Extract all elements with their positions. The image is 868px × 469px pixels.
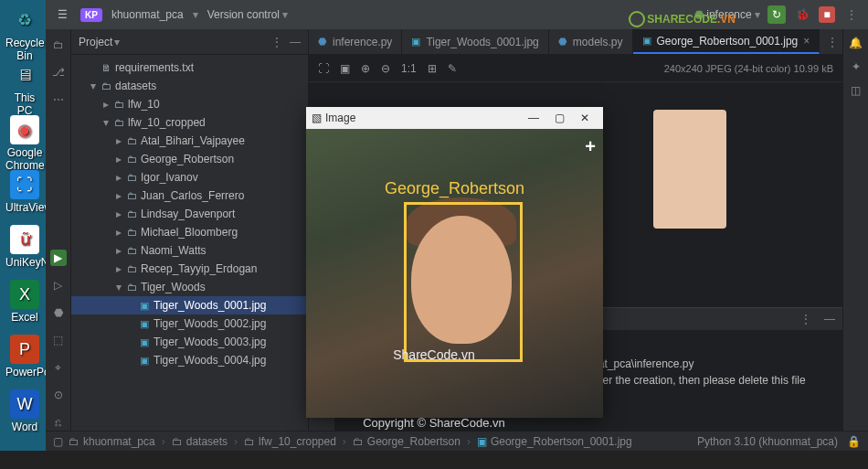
- desktop-icon-powerpoint[interactable]: PPowerPoint: [5, 335, 44, 378]
- project-panel-title: Project: [79, 36, 112, 48]
- zoom-in-icon[interactable]: ⊕: [361, 62, 370, 75]
- main-menu-icon[interactable]: ☰: [53, 5, 71, 24]
- minimize-button[interactable]: —: [521, 112, 546, 124]
- popup-image: George_Robertson +: [306, 129, 603, 418]
- tree-item[interactable]: ▸🗀Juan_Carlos_Ferrero: [71, 187, 308, 205]
- run-button[interactable]: ↻: [767, 5, 786, 24]
- maximize-button[interactable]: ▢: [546, 112, 572, 124]
- interpreter-status[interactable]: Python 3.10 (khuonmat_pca): [697, 435, 838, 448]
- desktop-icon-ultraviewer[interactable]: ⛶UltraViewer: [5, 170, 44, 214]
- tree-item[interactable]: ▾🗀lfw_10_cropped: [71, 113, 308, 132]
- folder-icon: 🗀: [353, 435, 364, 448]
- folder-icon: 🗀: [244, 435, 255, 448]
- popup-app-icon: ▧: [312, 112, 322, 124]
- grid-icon[interactable]: ⊞: [428, 62, 437, 75]
- project-name[interactable]: khuonmat_pca: [111, 8, 184, 21]
- desktop-icon-this-pc[interactable]: 🖥This PC: [5, 60, 44, 117]
- tree-item[interactable]: ▸🗀George_Robertson: [71, 150, 308, 168]
- vcs-dropdown[interactable]: Version control ▾: [207, 8, 289, 21]
- tree-item[interactable]: ▸🗀Lindsay_Davenport: [71, 205, 308, 223]
- editor-tabs: ⬣inference.py▣Tiger_Woods_0001.jpg⬣model…: [309, 29, 842, 55]
- tree-item[interactable]: ▸🗀Atal_Bihari_Vajpayee: [71, 132, 308, 150]
- detection-box: [404, 202, 523, 362]
- tabs-more-icon[interactable]: ⋮: [827, 36, 838, 48]
- file-icon: ▣: [477, 435, 487, 448]
- run-panel-hide-icon[interactable]: —: [824, 313, 835, 325]
- popup-title-text: Image: [325, 112, 355, 124]
- zoom-out-icon[interactable]: ⊖: [381, 62, 390, 75]
- popup-titlebar[interactable]: ▧ Image — ▢ ✕: [306, 107, 603, 129]
- tree-item[interactable]: ▸🗀Naomi_Watts: [71, 241, 308, 260]
- commit-tool-icon[interactable]: ⎇: [50, 64, 67, 80]
- run-panel-options-icon[interactable]: ⋮: [800, 313, 811, 325]
- status-icon[interactable]: ▢: [53, 435, 63, 448]
- image-popup-window: ▧ Image — ▢ ✕ George_Robertson +: [306, 107, 603, 418]
- detection-label: George_Robertson: [385, 179, 524, 198]
- close-button[interactable]: ✕: [572, 112, 598, 124]
- color-picker-icon[interactable]: ✎: [448, 62, 457, 75]
- lock-icon[interactable]: 🔒: [847, 435, 861, 448]
- editor-tab[interactable]: ▣George_Robertson_0001.jpg ×: [633, 29, 820, 54]
- watermark-logo: SHARECODE.VN: [629, 11, 736, 27]
- tree-item[interactable]: ▣Tiger_Woods_0004.jpg: [71, 351, 308, 369]
- desktop-icon-word[interactable]: WWord: [5, 389, 44, 433]
- editor-tab[interactable]: ⬣models.py: [549, 29, 633, 54]
- python-console-icon[interactable]: ▶: [50, 250, 67, 266]
- database-tool-icon[interactable]: ◫: [851, 84, 861, 97]
- project-tree[interactable]: 🗎requirements.txt▾🗀datasets▸🗀lfw_10▾🗀lfw…: [71, 55, 308, 431]
- folder-icon: 🗀: [172, 435, 183, 448]
- notifications-icon[interactable]: 🔔: [849, 37, 863, 49]
- ide-titlebar: ☰ KP khuonmat_pca ▾ Version control ▾ ⬣ …: [46, 0, 868, 29]
- desktop-icon-unikey[interactable]: ữUniKeyNT: [5, 225, 44, 269]
- watermark-bottom: Copyright © ShareCode.vn: [363, 416, 505, 430]
- tree-item[interactable]: ▾🗀datasets: [71, 77, 308, 95]
- problems-tool-icon[interactable]: ⊙: [50, 387, 67, 403]
- panel-options-icon[interactable]: ⋮: [271, 36, 282, 48]
- left-tool-rail: 🗀 ⎇ ⋯ ▶ ▷ ⬣ ⬚ ⌖ ⊙ ⎌: [46, 29, 71, 431]
- debug-button[interactable]: 🐞: [793, 5, 811, 24]
- project-view-dropdown-icon[interactable]: ▾: [114, 36, 120, 48]
- zoom-ratio: 1:1: [401, 62, 417, 75]
- image-content: [653, 110, 726, 229]
- right-tool-rail: 🔔 ✦ ◫: [842, 29, 868, 431]
- python-packages-icon[interactable]: ⬣: [50, 304, 67, 321]
- project-panel: Project ▾ ⋮ — 🗎requirements.txt▾🗀dataset…: [71, 29, 309, 431]
- services-tool-icon[interactable]: ⬚: [50, 332, 67, 348]
- tree-item[interactable]: ▸🗀Michael_Bloomberg: [71, 223, 308, 241]
- tree-item[interactable]: ▣Tiger_Woods_0001.jpg: [71, 296, 308, 314]
- terminal-tool-icon[interactable]: ⌖: [50, 359, 67, 376]
- ide-status-bar: ▢ 🗀 khuonmat_pca›🗀 datasets›🗀 lfw_10_cro…: [46, 431, 868, 451]
- zoom-actual-icon[interactable]: ▣: [340, 62, 350, 75]
- tree-item[interactable]: ▾🗀Tiger_Woods: [71, 278, 308, 296]
- tree-item[interactable]: ▸🗀Igor_Ivanov: [71, 168, 308, 187]
- editor-tab[interactable]: ▣Tiger_Woods_0001.jpg: [402, 29, 548, 54]
- vcs-tool-icon[interactable]: ⎌: [50, 414, 67, 431]
- desktop-icon-chrome[interactable]: ◉Google Chrome: [5, 115, 44, 172]
- windows-taskbar[interactable]: [0, 451, 868, 469]
- tree-item[interactable]: ▣Tiger_Woods_0003.jpg: [71, 333, 308, 351]
- tree-item[interactable]: ▸🗀lfw_10: [71, 95, 308, 113]
- zoom-fit-icon[interactable]: ⛶: [318, 62, 329, 75]
- tree-item[interactable]: ▣Tiger_Woods_0002.jpg: [71, 314, 308, 333]
- crosshair-cursor-icon: +: [585, 136, 596, 157]
- watermark-center: ShareCode.vn: [393, 347, 475, 362]
- image-info: 240x240 JPEG (24-bit color) 10.99 kB: [664, 63, 833, 74]
- panel-hide-icon[interactable]: —: [290, 36, 301, 48]
- breadcrumb[interactable]: 🗀 khuonmat_pca›🗀 datasets›🗀 lfw_10_cropp…: [69, 435, 632, 448]
- close-tab-icon[interactable]: ×: [803, 35, 810, 48]
- desktop-icon-excel[interactable]: XExcel: [5, 280, 44, 324]
- editor-tab[interactable]: ⬣inference.py: [309, 29, 402, 54]
- tree-item[interactable]: 🗎requirements.txt: [71, 59, 308, 77]
- stop-button[interactable]: ■: [819, 6, 835, 23]
- folder-icon: 🗀: [69, 435, 79, 448]
- project-badge: KP: [80, 8, 102, 22]
- run-tool-icon[interactable]: ▷: [50, 277, 67, 293]
- image-viewer-toolbar: ⛶ ▣ ⊕ ⊖ 1:1 ⊞ ✎ 240x240 JPEG (24-bit col…: [309, 55, 842, 82]
- project-tool-icon[interactable]: 🗀: [50, 37, 67, 53]
- more-actions-icon[interactable]: ⋮: [842, 5, 861, 24]
- desktop-icon-recycle-bin[interactable]: ♻Recycle Bin: [5, 5, 44, 62]
- ai-assistant-icon[interactable]: ✦: [852, 60, 861, 73]
- tree-item[interactable]: ▸🗀Recep_Tayyip_Erdogan: [71, 260, 308, 278]
- structure-tool-icon[interactable]: ⋯: [50, 91, 67, 108]
